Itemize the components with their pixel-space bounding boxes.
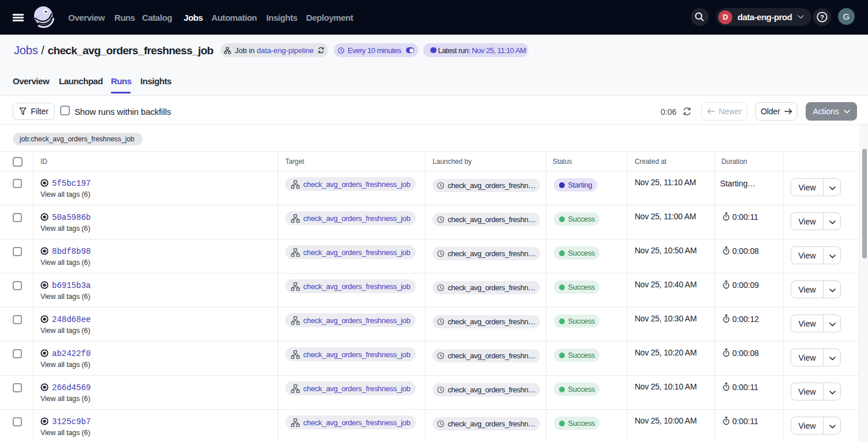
svg-text:?: ? [820,13,824,20]
